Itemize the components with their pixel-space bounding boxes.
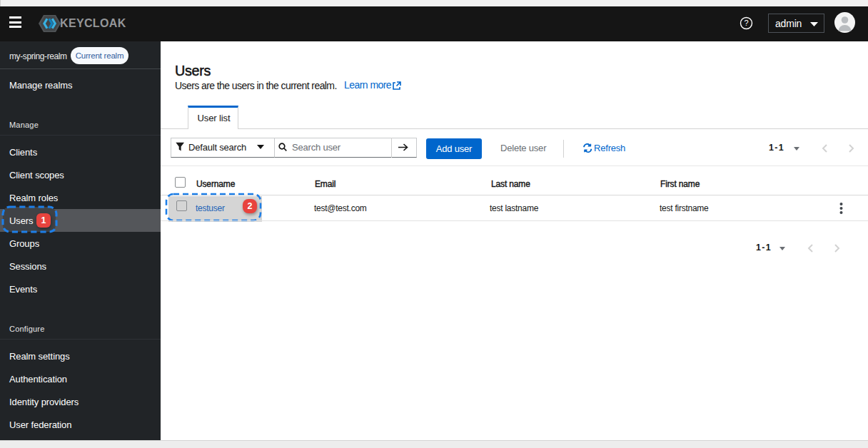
- svg-text:?: ?: [744, 19, 748, 27]
